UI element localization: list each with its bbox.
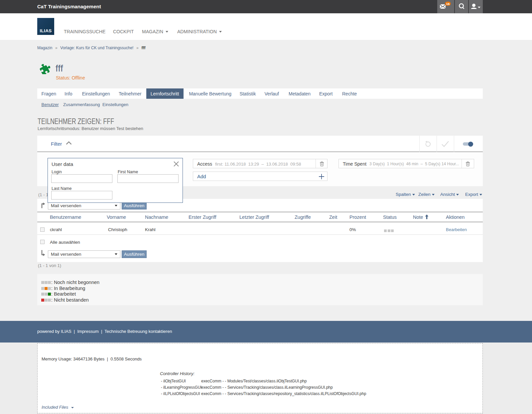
svg-text:16: 16 <box>446 2 450 6</box>
